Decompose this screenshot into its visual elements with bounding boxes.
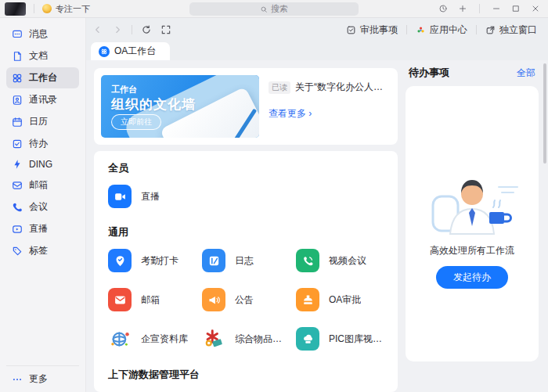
read-status-badge: 已读 bbox=[269, 81, 290, 94]
sidebar-item-bolt[interactable]: DING bbox=[6, 155, 79, 174]
tab-oa-workspace[interactable]: OA工作台 bbox=[91, 42, 170, 60]
approve-icon bbox=[346, 25, 356, 35]
app-section: 上下游数据管理平台 bbox=[108, 368, 384, 382]
tab-label: OA工作台 bbox=[114, 45, 156, 58]
toolbar-action-external[interactable]: 独立窗口 bbox=[485, 23, 537, 37]
todo-all-link[interactable]: 全部 bbox=[517, 67, 535, 80]
calendar-icon bbox=[12, 117, 23, 128]
banner-kicker: 工作台 bbox=[111, 84, 137, 95]
maximize-icon[interactable] bbox=[511, 4, 521, 13]
history-icon[interactable] bbox=[438, 4, 448, 13]
app-mailglyph[interactable]: 邮箱 bbox=[108, 288, 196, 311]
create-todo-button[interactable]: 发起待办 bbox=[436, 266, 508, 289]
announcement-title[interactable]: 关于“数字化办公人才”认... bbox=[295, 81, 391, 94]
sidebar-item-doc[interactable]: 文档 bbox=[6, 45, 79, 67]
sidebar-item-label: DING bbox=[29, 159, 52, 170]
apps-card: 全员直播通用考勤打卡日志视频会议邮箱公告OA审批企宣资料库综合物品管理库PIC图… bbox=[94, 151, 398, 392]
app-assets[interactable]: 综合物品管理库 bbox=[202, 327, 290, 351]
todo-empty-card: 高效处理所有工作流 发起待办 bbox=[406, 86, 539, 361]
app-megaphone[interactable]: 公告 bbox=[202, 288, 290, 311]
sidebar-item-label: 待办 bbox=[29, 137, 48, 150]
more-icon bbox=[12, 374, 23, 385]
sidebar-item-grid[interactable]: 工作台 bbox=[6, 67, 79, 88]
contacts-icon bbox=[12, 95, 23, 106]
main-area: 审批事项应用中心独立窗口 OA工作台 工作台 组织的文化墙 立即前往 bbox=[86, 18, 548, 392]
sidebar-item-chat[interactable]: 消息 bbox=[6, 23, 79, 45]
scrollbar-thumb[interactable] bbox=[543, 63, 546, 164]
status-text[interactable]: 专注一下 bbox=[56, 3, 90, 15]
sidebar-item-label: 消息 bbox=[29, 27, 48, 41]
todo-empty-illustration bbox=[420, 159, 524, 236]
close-icon[interactable] bbox=[531, 4, 540, 13]
toolbar-action-label: 应用中心 bbox=[430, 23, 467, 37]
search-bar[interactable]: 搜索 bbox=[189, 2, 359, 16]
announcement-area: 已读 关于“数字化办公人才”认... 查看更多 › bbox=[269, 75, 391, 138]
back-icon[interactable] bbox=[92, 24, 103, 35]
sidebar-item-calendar[interactable]: 日历 bbox=[6, 111, 79, 132]
mailglyph-icon bbox=[108, 288, 132, 311]
toolbar-action-label: 审批事项 bbox=[360, 23, 398, 37]
sidebar-item-label: 通讯录 bbox=[29, 93, 57, 106]
sidebar-item-label: 标签 bbox=[29, 244, 48, 257]
sidebar-item-todo[interactable]: 待办 bbox=[6, 133, 79, 154]
sidebar-item-contacts[interactable]: 通讯录 bbox=[6, 89, 79, 110]
mail-icon bbox=[12, 180, 23, 191]
appcenter-icon bbox=[416, 25, 426, 35]
app-globe[interactable]: 企宣资料库 bbox=[108, 327, 196, 351]
sidebar-item-tag[interactable]: 标签 bbox=[6, 240, 79, 261]
minimize-icon[interactable] bbox=[492, 4, 501, 13]
app-section: 通用考勤打卡日志视频会议邮箱公告OA审批企宣资料库综合物品管理库PIC图库视频库 bbox=[108, 225, 384, 351]
banner-cta-button[interactable]: 立即前往 bbox=[111, 114, 161, 130]
callwave-icon bbox=[296, 249, 319, 272]
sidebar-item-mail[interactable]: 邮箱 bbox=[6, 174, 79, 196]
app-stamp[interactable]: OA审批 bbox=[296, 288, 384, 311]
divider bbox=[479, 4, 480, 13]
titlebar: 专注一下 搜索 bbox=[0, 0, 548, 18]
sidebar-item-more[interactable]: 更多 bbox=[6, 365, 79, 386]
section-title: 通用 bbox=[108, 225, 384, 239]
plus-icon[interactable] bbox=[458, 4, 467, 13]
app-pin[interactable]: 考勤打卡 bbox=[108, 249, 196, 272]
section-title: 上下游数据管理平台 bbox=[108, 368, 384, 382]
sidebar-item-label: 工作台 bbox=[29, 71, 57, 85]
sidebar-item-live[interactable]: 直播 bbox=[6, 218, 79, 239]
megaphone-icon bbox=[202, 288, 225, 311]
assets-icon bbox=[202, 327, 225, 351]
stamp-icon bbox=[296, 288, 319, 311]
sidebar-item-label: 会议 bbox=[29, 200, 48, 214]
app-section: 全员直播 bbox=[108, 161, 384, 208]
user-avatar[interactable] bbox=[5, 2, 26, 16]
tag-icon bbox=[12, 246, 23, 257]
sidebar-item-phone[interactable]: 会议 bbox=[6, 196, 79, 218]
cam-icon bbox=[108, 185, 132, 208]
workspace-tab-icon bbox=[99, 46, 110, 57]
phone-icon bbox=[12, 202, 23, 213]
doc-icon bbox=[12, 51, 23, 62]
fullscreen-icon[interactable] bbox=[160, 24, 171, 35]
app-cam[interactable]: 直播 bbox=[108, 185, 196, 208]
app-cloudmedia[interactable]: PIC图库视频库 bbox=[296, 327, 384, 351]
bolt-icon bbox=[12, 159, 23, 170]
forward-icon[interactable] bbox=[112, 24, 123, 35]
log-icon bbox=[202, 249, 225, 272]
search-icon bbox=[260, 5, 268, 13]
sidebar-more-label: 更多 bbox=[29, 372, 48, 386]
browser-bar: 审批事项应用中心独立窗口 bbox=[86, 18, 548, 41]
tab-bar: OA工作台 bbox=[86, 41, 548, 60]
banner-title: 组织的文化墙 bbox=[111, 95, 196, 113]
culture-wall-banner[interactable]: 工作台 组织的文化墙 立即前往 bbox=[101, 75, 259, 138]
refresh-icon[interactable] bbox=[141, 24, 152, 35]
app-callwave[interactable]: 视频会议 bbox=[296, 249, 384, 272]
todo-panel: 待办事项 全部 高效处理所有工作流 bbox=[402, 60, 548, 392]
divider bbox=[476, 25, 477, 34]
divider bbox=[34, 4, 34, 13]
app-log[interactable]: 日志 bbox=[202, 249, 290, 272]
banner-card: 工作台 组织的文化墙 立即前往 已读 关于“数字化办公人才”认... 查看更多 … bbox=[94, 68, 398, 145]
toolbar-action-approve[interactable]: 审批事项 bbox=[346, 23, 398, 37]
toolbar-action-appcenter[interactable]: 应用中心 bbox=[416, 23, 467, 37]
chat-icon bbox=[12, 29, 23, 40]
globe-icon bbox=[108, 327, 132, 351]
view-more-link[interactable]: 查看更多 › bbox=[269, 107, 391, 120]
divider bbox=[132, 25, 132, 34]
section-title: 全员 bbox=[108, 161, 384, 175]
